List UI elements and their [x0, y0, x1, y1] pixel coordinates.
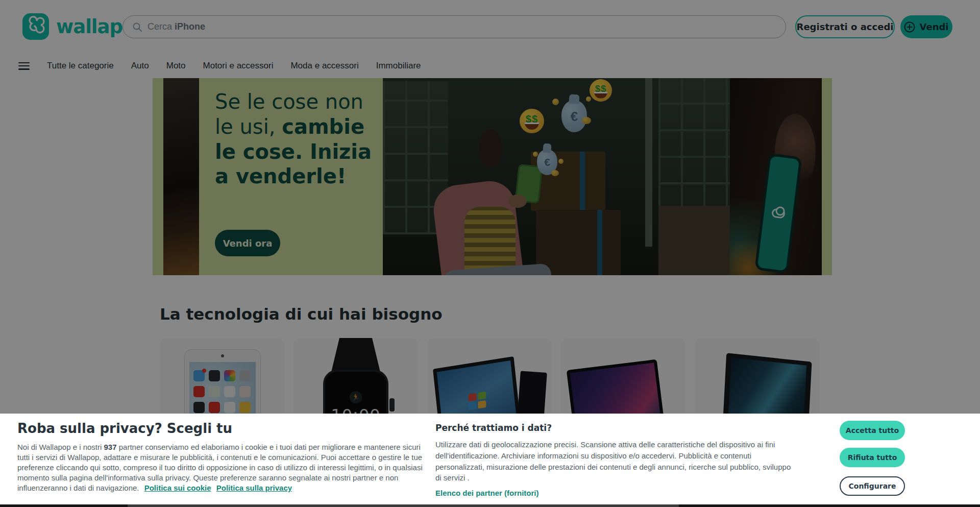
page: wallapop Cerca iPhone Registrati o acced… [0, 0, 980, 507]
cookie-why-body: Utilizzare dati di geolocalizzazione pre… [435, 439, 793, 484]
cookie-why-column: Perché trattiamo i dati? Utilizzare dati… [435, 423, 793, 498]
accept-all-button[interactable]: Accetta tutto [840, 421, 905, 440]
privacy-policy-link[interactable]: Politica sulla privacy [216, 484, 292, 492]
cookie-main-column: Roba sulla privacy? Scegli tu Noi di Wal… [17, 421, 426, 493]
cookie-why-title: Perché trattiamo i dati? [435, 423, 793, 433]
configure-button[interactable]: Configurare [840, 476, 905, 496]
partners-list-link[interactable]: Elenco dei partner (fornitori) [435, 489, 539, 497]
reject-all-button[interactable]: Rifiuta tutto [840, 448, 905, 467]
cookie-policy-link[interactable]: Politica sui cookie [144, 484, 211, 492]
cookie-title: Roba sulla privacy? Scegli tu [17, 421, 426, 436]
cookie-body: Noi di Wallapop e i nostri 937 partner c… [17, 442, 426, 493]
partners-count: 937 [104, 443, 117, 451]
cookie-consent-banner: Roba sulla privacy? Scegli tu Noi di Wal… [0, 414, 980, 504]
